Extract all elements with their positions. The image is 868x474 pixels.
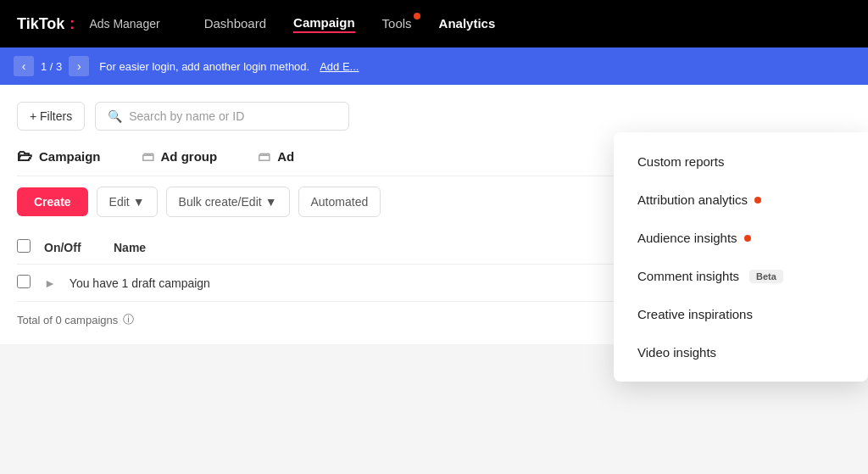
campaign-folder-icon: 🗁 [17, 148, 32, 165]
attribution-analytics-dot-icon [754, 197, 761, 204]
brand-name: TikTok [17, 15, 64, 33]
row-checkbox[interactable] [17, 275, 31, 288]
brand-colon: : [70, 15, 75, 33]
brand-logo: TikTok: Ads Manager [17, 15, 160, 33]
edit-button[interactable]: Edit ▼ [97, 187, 158, 217]
campaign-section-label: Campaign [39, 149, 101, 164]
nav-tools[interactable]: Tools [382, 16, 412, 32]
banner-prev-button[interactable]: ‹ [14, 56, 34, 76]
bulk-label: Bulk create/Edit [179, 195, 262, 209]
brand-product: Ads Manager [89, 17, 159, 31]
notification-banner: ‹ 1 / 3 › For easier login, add another … [0, 47, 868, 85]
dropdown-item-creative-inspirations[interactable]: Creative inspirations [614, 295, 868, 333]
banner-page-indicator: 1 / 3 [41, 60, 62, 73]
dropdown-item-video-insights[interactable]: Video insights [614, 333, 868, 371]
banner-nav: ‹ 1 / 3 › [14, 56, 89, 76]
attribution-analytics-label: Attribution analytics [637, 192, 748, 207]
bulk-chevron-icon: ▼ [265, 195, 277, 209]
info-icon: ⓘ [123, 312, 134, 327]
row-expand-icon[interactable]: ► [44, 276, 56, 290]
tools-dot-icon [414, 13, 420, 20]
analytics-dropdown: Custom reports Attribution analytics Aud… [614, 132, 868, 382]
filter-button[interactable]: + Filters [17, 102, 85, 131]
ad-group-section-label: Ad group [161, 149, 218, 164]
nav-dashboard[interactable]: Dashboard [204, 16, 266, 32]
edit-label: Edit [109, 195, 130, 209]
select-all-checkbox[interactable] [17, 239, 31, 253]
col-header-onoff: On/Off [44, 241, 103, 254]
dropdown-item-comment-insights[interactable]: Comment insights Beta [614, 257, 868, 295]
banner-link[interactable]: Add E... [320, 60, 359, 73]
search-icon: 🔍 [108, 109, 122, 123]
toolbar-row: + Filters 🔍 Search by name or ID [17, 102, 851, 131]
ad-group-section-header: 🗃 Ad group [142, 149, 218, 164]
dropdown-item-custom-reports[interactable]: Custom reports [614, 142, 868, 181]
beta-badge: Beta [749, 270, 783, 283]
search-placeholder: Search by name or ID [129, 109, 244, 123]
creative-inspirations-label: Creative inspirations [637, 307, 753, 321]
col-header-name: Name [114, 241, 695, 254]
ad-group-icon: 🗃 [142, 149, 154, 164]
campaign-section-header: 🗁 Campaign [17, 148, 101, 165]
create-button[interactable]: Create [17, 187, 88, 216]
audience-insights-dot-icon [744, 235, 751, 242]
banner-message: For easier login, add another login meth… [99, 60, 309, 73]
total-label: Total of 0 campaigns [17, 314, 118, 326]
custom-reports-label: Custom reports [637, 154, 725, 169]
nav-links: Dashboard Campaign Tools Analytics [204, 15, 496, 33]
edit-chevron-icon: ▼ [133, 195, 145, 209]
bulk-create-edit-button[interactable]: Bulk create/Edit ▼ [166, 187, 290, 217]
dropdown-item-audience-insights[interactable]: Audience insights [614, 219, 868, 257]
main-content: + Filters 🔍 Search by name or ID 🗁 Campa… [0, 85, 868, 344]
nav-campaign[interactable]: Campaign [293, 15, 355, 33]
audience-insights-label: Audience insights [637, 231, 737, 245]
ad-section-label: Ad [277, 149, 294, 164]
ad-section-header: 🗃 Ad [258, 149, 294, 164]
nav-tools-label: Tools [382, 16, 412, 31]
draft-campaign-text: You have 1 draft campaign [70, 276, 210, 290]
comment-insights-label: Comment insights [637, 269, 739, 283]
video-insights-label: Video insights [637, 345, 716, 360]
nav-analytics[interactable]: Analytics [439, 16, 496, 32]
search-box[interactable]: 🔍 Search by name or ID [95, 102, 349, 131]
ad-icon: 🗃 [258, 149, 270, 164]
banner-next-button[interactable]: › [69, 56, 89, 76]
automated-button[interactable]: Automated [298, 187, 381, 217]
top-nav: TikTok: Ads Manager Dashboard Campaign T… [0, 0, 868, 47]
dropdown-item-attribution-analytics[interactable]: Attribution analytics [614, 181, 868, 219]
